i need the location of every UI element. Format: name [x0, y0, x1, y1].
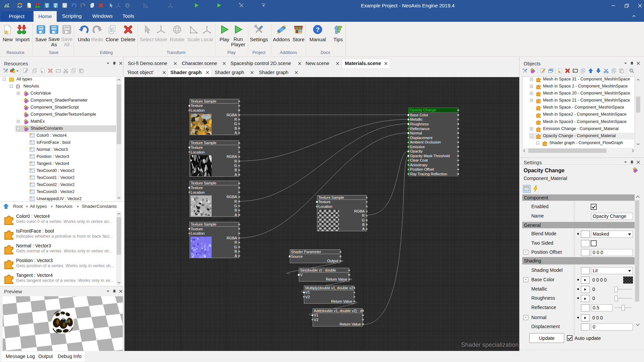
svg-text:?: ?	[316, 26, 320, 33]
svg-text:x: x	[574, 70, 575, 72]
